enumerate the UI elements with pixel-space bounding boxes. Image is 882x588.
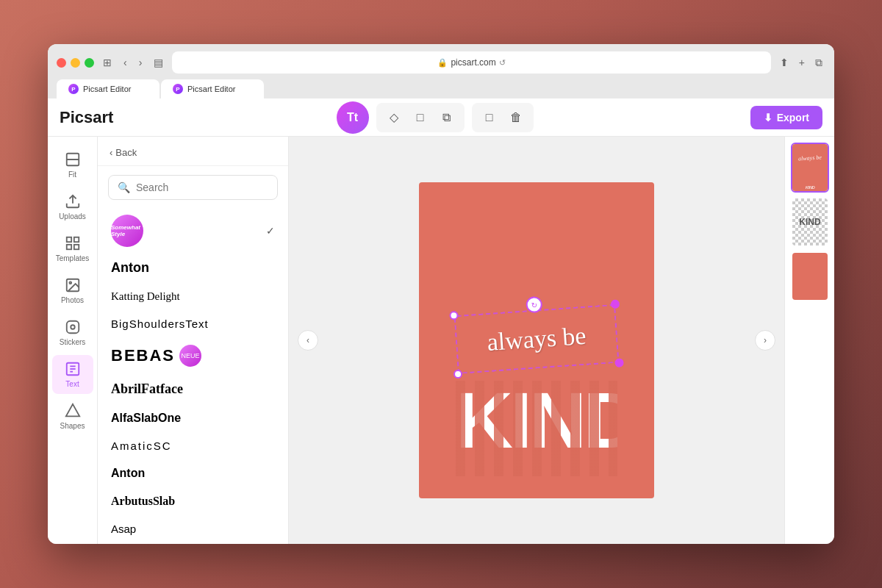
svg-rect-3	[66, 237, 71, 242]
canvas-next-button[interactable]: ›	[755, 330, 775, 351]
new-tab-button[interactable]: +	[796, 55, 808, 71]
svg-rect-5	[74, 245, 78, 249]
shape-icon[interactable]: □	[409, 106, 432, 129]
tab-icon-2: P	[173, 84, 183, 94]
tab-label-2: Picsart Editor	[187, 85, 235, 93]
color-icon[interactable]: ◇	[382, 106, 406, 129]
list-item[interactable]: Katting Delight	[108, 283, 278, 310]
maximize-button[interactable]	[85, 58, 94, 68]
back-button[interactable]: ‹ Back	[110, 147, 137, 158]
list-item[interactable]: Bad Script...	[108, 542, 278, 544]
selected-font-avatar: Somewhat Style	[111, 215, 143, 247]
handle-tr[interactable]	[611, 299, 620, 309]
handle-br[interactable]	[614, 358, 624, 368]
font-name: Katting Delight	[111, 290, 180, 303]
sidebar-label-text: Text	[65, 380, 79, 388]
chevron-left-icon: ‹	[110, 147, 112, 158]
svg-rect-4	[74, 237, 78, 242]
blend-icon[interactable]: ⧉	[435, 106, 459, 129]
browser-chrome: ⊞ ‹ › ▤ 🔒 picsart.com ↺ ⬆ + ⧉ P Picsart …	[48, 44, 834, 98]
search-icon: 🔍	[118, 182, 130, 193]
text-tool-button[interactable]: Tt	[337, 101, 369, 134]
font-name: Anton	[111, 260, 149, 276]
font-name: ArbutusSlab	[111, 495, 175, 508]
thumb-canvas-3	[792, 253, 828, 300]
font-item-selected[interactable]: Somewhat Style ✓	[108, 209, 278, 253]
list-item[interactable]: BigShouldersText	[108, 310, 278, 337]
font-panel-header: ‹ Back	[98, 137, 288, 166]
right-panel: KIND always be KIND	[784, 137, 834, 544]
url-text: picsart.com	[451, 57, 495, 68]
tab-picsart-1[interactable]: P Picsart Editor	[57, 79, 159, 98]
tab-label-1: Picsart Editor	[83, 85, 131, 93]
action-toolbar: □ 🗑	[472, 103, 534, 132]
list-item[interactable]: BEBAS NEUE	[108, 337, 278, 374]
thumbnail-1[interactable]: KIND always be	[791, 143, 829, 193]
sidebar-item-fit[interactable]: Fit	[52, 146, 93, 184]
svg-rect-6	[66, 245, 71, 249]
tab-icon-1: P	[68, 84, 79, 94]
delete-icon[interactable]: 🗑	[504, 106, 528, 129]
sidebar-label-fit: Fit	[68, 171, 76, 179]
selection-border	[453, 304, 619, 374]
search-box[interactable]: 🔍	[108, 175, 278, 200]
thumbnail-2[interactable]: KIND	[791, 197, 829, 247]
duplicate-icon[interactable]: □	[478, 106, 501, 129]
app-layout: Picsart Tt ◇ □ ⧉ □ 🗑 ⬇ Export	[48, 98, 834, 544]
forward-nav[interactable]: ›	[136, 55, 146, 70]
sidebar-label-templates: Templates	[56, 254, 90, 262]
format-toolbar: ◇ □ ⧉	[376, 103, 465, 132]
font-name: AlfaSlabOne	[111, 412, 181, 425]
sidebar-item-stickers[interactable]: Stickers	[52, 313, 93, 352]
sidebar-label-stickers: Stickers	[60, 338, 86, 346]
font-name: AmaticSC	[111, 440, 172, 452]
address-bar[interactable]: 🔒 picsart.com ↺	[172, 51, 770, 74]
sidebar-item-shapes[interactable]: Shapes	[52, 397, 93, 436]
font-list: Somewhat Style ✓ Anton Katting Delight	[98, 209, 288, 544]
top-bar-center: Tt ◇ □ ⧉ □ 🗑	[128, 101, 741, 134]
svg-point-8	[69, 282, 71, 284]
svg-marker-15	[65, 404, 79, 417]
reader-mode[interactable]: ▤	[151, 55, 166, 70]
sidebar-item-templates[interactable]: Templates	[52, 229, 93, 268]
canvas-prev-button[interactable]: ‹	[298, 330, 318, 351]
sidebar-item-uploads[interactable]: Uploads	[52, 187, 93, 226]
canvas-area: ‹ KIND ↻	[289, 137, 784, 544]
kind-section: KIND	[456, 381, 617, 476]
sidebar: Fit Uploads	[48, 137, 98, 544]
sidebar-item-photos[interactable]: Photos	[52, 271, 93, 310]
back-nav[interactable]: ‹	[121, 55, 130, 70]
font-name: BigShouldersText	[111, 318, 209, 330]
list-item[interactable]: Anton	[108, 253, 278, 283]
back-label: Back	[115, 147, 137, 158]
list-item[interactable]: AlfaSlabOne	[108, 404, 278, 432]
font-name: BEBAS	[111, 346, 175, 365]
thumbnail-3[interactable]	[791, 251, 829, 301]
export-button[interactable]: ⬇ Export	[750, 106, 822, 129]
list-item[interactable]: AbrilFatface	[108, 374, 278, 404]
search-input[interactable]	[136, 182, 268, 193]
list-item[interactable]: ArbutusSlab	[108, 487, 278, 515]
always-be-selection[interactable]: ↻ always be	[453, 304, 619, 374]
sidebar-label-photos: Photos	[61, 296, 84, 304]
export-icon: ⬇	[764, 112, 772, 123]
sidebar-item-text[interactable]: Text	[52, 355, 93, 394]
handle-bl[interactable]	[453, 370, 463, 379]
share-button[interactable]: ⬆	[777, 55, 792, 71]
neue-badge: NEUE	[179, 345, 201, 367]
list-item[interactable]: Asap	[108, 515, 278, 542]
list-item[interactable]: AmaticSC	[108, 432, 278, 459]
traffic-lights	[57, 58, 94, 68]
sidebar-label-shapes: Shapes	[60, 422, 85, 430]
tabs-button[interactable]: ⧉	[812, 55, 825, 71]
sidebar-toggle[interactable]: ⊞	[100, 55, 115, 70]
font-name: AbrilFatface	[111, 381, 183, 397]
list-item[interactable]: Anton	[108, 459, 278, 487]
top-bar: Picsart Tt ◇ □ ⧉ □ 🗑 ⬇ Export	[48, 98, 834, 137]
minimize-button[interactable]	[71, 58, 80, 68]
tab-picsart-2[interactable]: P Picsart Editor	[161, 79, 264, 98]
close-button[interactable]	[57, 58, 66, 68]
canvas-board[interactable]: KIND ↻	[419, 182, 654, 498]
thumb-canvas-2: KIND	[792, 198, 828, 245]
checkmark-icon: ✓	[266, 225, 275, 237]
